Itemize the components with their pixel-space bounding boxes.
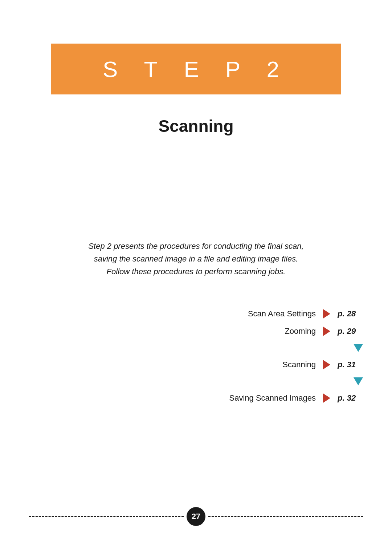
toc-row-saving: Saving Scanned Images p. 32 [229, 389, 363, 407]
toc-label-scanning: Scanning [282, 360, 316, 369]
page-number: 27 [192, 512, 200, 521]
down-arrow-after-scanning [334, 373, 363, 389]
step-banner: S T E P 2 [51, 44, 341, 94]
dashed-line-left [29, 516, 184, 517]
toc-page-saving: p. 32 [338, 393, 363, 403]
description-line1: Step 2 presents the procedures for condu… [65, 240, 327, 252]
page-number-circle: 27 [187, 507, 205, 526]
dashed-line-right [208, 516, 363, 517]
bottom-bar: 27 [29, 507, 363, 526]
toc-page-zooming: p. 29 [338, 327, 363, 336]
section-title: Scanning [0, 116, 392, 136]
description-line2: saving the scanned image in a file and e… [65, 252, 327, 265]
toc-label-scan-area: Scan Area Settings [248, 309, 316, 319]
toc-page-scanning: p. 31 [338, 360, 363, 369]
arrow-right-scanning [323, 360, 330, 369]
toc-section: Scan Area Settings p. 28 Zooming p. 29 S… [0, 305, 363, 407]
toc-inner: Scan Area Settings p. 28 Zooming p. 29 S… [0, 305, 363, 407]
description-text: Step 2 presents the procedures for condu… [65, 240, 327, 278]
toc-row-zooming: Zooming p. 29 [285, 323, 363, 340]
toc-row-scan-area: Scan Area Settings p. 28 [248, 305, 363, 323]
step-title: S T E P 2 [103, 56, 289, 82]
toc-label-zooming: Zooming [285, 327, 316, 336]
toc-row-scanning: Scanning p. 31 [282, 356, 363, 373]
down-arrow-icon-1 [354, 344, 363, 352]
arrow-right-saving [323, 393, 330, 403]
page-container: S T E P 2 Scanning Step 2 presents the p… [0, 0, 392, 555]
toc-page-scan-area: p. 28 [338, 309, 363, 319]
toc-label-saving: Saving Scanned Images [229, 393, 316, 403]
arrow-right-zooming [323, 327, 330, 336]
down-arrow-icon-2 [354, 377, 363, 385]
arrow-right-scan-area [323, 309, 330, 319]
down-arrow-after-zooming [334, 340, 363, 356]
description-line3: Follow these procedures to perform scann… [65, 265, 327, 278]
